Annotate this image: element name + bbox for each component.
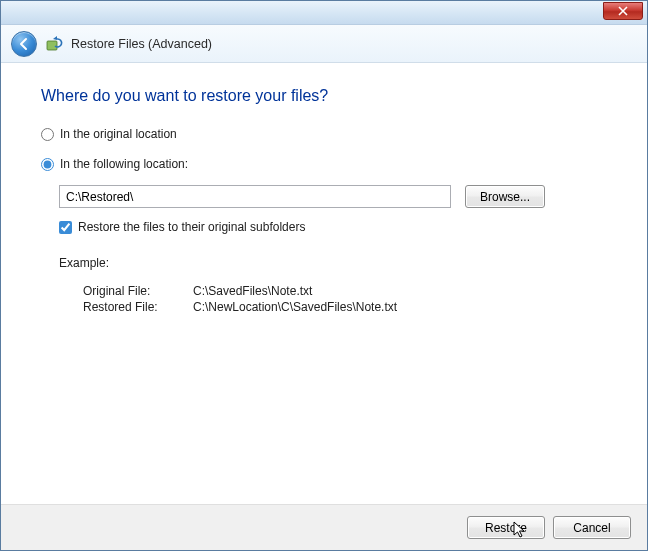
radio-original-location[interactable]: In the original location bbox=[41, 127, 607, 141]
radio-following-input[interactable] bbox=[41, 158, 54, 171]
radio-following-location[interactable]: In the following location: bbox=[41, 157, 607, 171]
subfolders-checkbox-row[interactable]: Restore the files to their original subf… bbox=[59, 220, 607, 234]
restore-path-input[interactable] bbox=[59, 185, 451, 208]
subfolders-checkbox[interactable] bbox=[59, 221, 72, 234]
content-area: Where do you want to restore your files?… bbox=[1, 63, 647, 504]
header-bar: Restore Files (Advanced) bbox=[1, 25, 647, 63]
window-title: Restore Files (Advanced) bbox=[71, 37, 212, 51]
footer-bar: Restore Cancel bbox=[1, 504, 647, 550]
close-icon bbox=[618, 6, 628, 16]
back-button[interactable] bbox=[11, 31, 37, 57]
titlebar bbox=[1, 1, 647, 25]
example-heading: Example: bbox=[59, 256, 607, 270]
example-original-label: Original File: bbox=[83, 284, 193, 298]
browse-button[interactable]: Browse... bbox=[465, 185, 545, 208]
path-row: Browse... bbox=[59, 185, 607, 208]
example-original-value: C:\SavedFiles\Note.txt bbox=[193, 284, 607, 298]
restore-files-wizard: Restore Files (Advanced) Where do you wa… bbox=[0, 0, 648, 551]
example-restored-label: Restored File: bbox=[83, 300, 193, 314]
page-heading: Where do you want to restore your files? bbox=[41, 87, 607, 105]
subfolders-label: Restore the files to their original subf… bbox=[78, 220, 305, 234]
radio-following-label: In the following location: bbox=[60, 157, 188, 171]
restore-button[interactable]: Restore bbox=[467, 516, 545, 539]
example-block: Example: Original File: C:\SavedFiles\No… bbox=[59, 256, 607, 314]
close-button[interactable] bbox=[603, 2, 643, 20]
radio-original-label: In the original location bbox=[60, 127, 177, 141]
example-restored-value: C:\NewLocation\C\SavedFiles\Note.txt bbox=[193, 300, 607, 314]
radio-original-input[interactable] bbox=[41, 128, 54, 141]
restore-icon bbox=[45, 35, 63, 53]
back-arrow-icon bbox=[17, 37, 31, 51]
cancel-button[interactable]: Cancel bbox=[553, 516, 631, 539]
